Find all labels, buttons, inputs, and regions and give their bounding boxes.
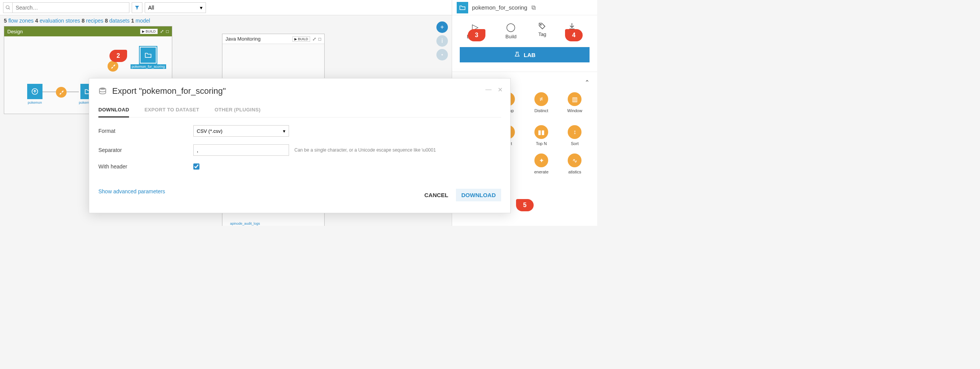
filter-all-label: All	[148, 5, 154, 11]
upload-icon	[27, 84, 42, 99]
right-panel-header: pokemon_for_scoring	[452, 0, 597, 15]
node-recipe-1[interactable]	[56, 87, 67, 98]
recipe-window[interactable]: ▥Window	[560, 92, 590, 118]
node-label: pokemon	[27, 101, 42, 104]
svg-point-6	[541, 24, 542, 25]
svg-point-7	[100, 88, 106, 90]
chevron-down-icon: ▾	[200, 5, 203, 11]
export-icon	[568, 22, 583, 30]
modal-tabs: DOWNLOAD EXPORT TO DATASET OTHER (PLUGIN…	[98, 104, 501, 118]
tab-other-plugins[interactable]: OTHER (PLUGINS)	[214, 104, 260, 117]
separator-label: Separator	[98, 147, 193, 153]
with-header-label: With header	[98, 163, 193, 170]
copy-icon[interactable]	[531, 5, 536, 10]
recipe-statistics[interactable]: ∿atistics	[560, 153, 590, 174]
folder-icon	[140, 47, 156, 63]
search-input[interactable]	[13, 5, 129, 11]
flow-zones-link[interactable]: flow zones	[8, 18, 34, 24]
microscope-icon	[514, 51, 521, 58]
plus-button[interactable]: +	[436, 21, 448, 33]
show-advanced-link[interactable]: Show advanced parameters	[98, 188, 165, 194]
recipe-topn[interactable]: ▮▮Top N	[527, 125, 556, 146]
node-pokemon[interactable]: pokemon	[27, 84, 42, 104]
evaluation-stores-link[interactable]: evaluation stores	[39, 18, 80, 24]
svg-line-1	[8, 8, 10, 9]
marker-5: 5	[516, 199, 534, 211]
svg-point-0	[6, 5, 9, 8]
lab-button[interactable]: LAB	[460, 47, 590, 62]
format-select[interactable]: CSV (*.csv) ▾	[193, 125, 289, 137]
zone-build-button[interactable]: ▶ BUILD	[140, 29, 158, 34]
zone-java-title: Java Monitoring	[225, 36, 261, 42]
search-box[interactable]	[3, 2, 129, 13]
broom-icon	[56, 87, 67, 98]
marker-3: 3	[468, 29, 485, 41]
info-button[interactable]: i	[436, 35, 448, 47]
with-header-checkbox[interactable]	[193, 163, 199, 170]
recipe-generate[interactable]: ✦enerate	[527, 153, 556, 174]
model-link[interactable]: model	[136, 18, 150, 24]
collapse-icon[interactable]: ⤢	[160, 29, 164, 34]
svg-rect-5	[532, 6, 535, 8]
mini-nav: + i	[434, 19, 450, 63]
square-icon[interactable]: □	[166, 29, 169, 34]
zone-build-button[interactable]: ▶ BUILD	[292, 36, 310, 42]
square-icon[interactable]: □	[318, 36, 321, 42]
chevron-up-icon[interactable]: ⌃	[585, 79, 590, 86]
marker-2: 2	[109, 50, 127, 62]
tag-action[interactable]: Tag	[538, 22, 546, 39]
separator-hint: Can be a single character, or a Unicode …	[294, 147, 436, 153]
svg-point-3	[441, 54, 443, 56]
node-apinode[interactable]: apinode_audit_logs	[230, 220, 260, 225]
recipes-link[interactable]: recipes	[86, 18, 103, 24]
tab-export-to-dataset[interactable]: EXPORT TO DATASET	[144, 104, 199, 117]
filter-all-select[interactable]: All ▾	[145, 2, 206, 13]
svg-rect-4	[533, 7, 536, 9]
filter-icon[interactable]	[132, 2, 142, 13]
recipe-distinct[interactable]: ≠Distinct	[527, 92, 556, 118]
download-button[interactable]: DOWNLOAD	[456, 189, 501, 201]
expand-icon[interactable]: ⤢	[312, 36, 316, 42]
build-action[interactable]: ◯ Build	[505, 22, 516, 39]
chevron-down-icon: ▾	[283, 128, 286, 134]
search-icon	[3, 3, 13, 13]
node-pokemon-for-scoring[interactable]: pokemon_for_scoring	[131, 47, 166, 69]
cancel-button[interactable]: CANCEL	[425, 192, 449, 198]
tab-download[interactable]: DOWNLOAD	[98, 104, 129, 118]
zone-design-title: Design	[7, 29, 23, 34]
zone-design-header: Design ▶ BUILD ⤢ □	[4, 26, 172, 36]
broom-icon	[108, 61, 118, 72]
separator-input[interactable]	[193, 144, 289, 156]
dataset-title: pokemon_for_scoring	[472, 4, 527, 11]
settings-button[interactable]	[436, 49, 448, 60]
recipe-sort[interactable]: ↕Sort	[560, 125, 590, 146]
minimize-icon[interactable]: —	[485, 86, 492, 93]
format-label: Format	[98, 128, 193, 134]
dataset-icon	[457, 2, 468, 13]
database-icon	[98, 87, 107, 95]
tag-icon	[538, 22, 546, 30]
close-icon[interactable]: ✕	[498, 86, 503, 93]
node-recipe-2[interactable]	[108, 61, 118, 72]
node-label: pokemon_for_scoring	[131, 64, 166, 69]
modal-title: Export "pokemon_for_scoring"	[112, 86, 226, 96]
build-icon: ◯	[505, 22, 516, 32]
node-label: apinode_audit_logs	[230, 222, 260, 225]
marker-4: 4	[565, 29, 583, 41]
export-modal: Export "pokemon_for_scoring" — ✕ DOWNLOA…	[89, 78, 511, 213]
zone-java-header: Java Monitoring ▶ BUILD ⤢ □	[222, 34, 324, 44]
datasets-link[interactable]: datasets	[109, 18, 130, 24]
